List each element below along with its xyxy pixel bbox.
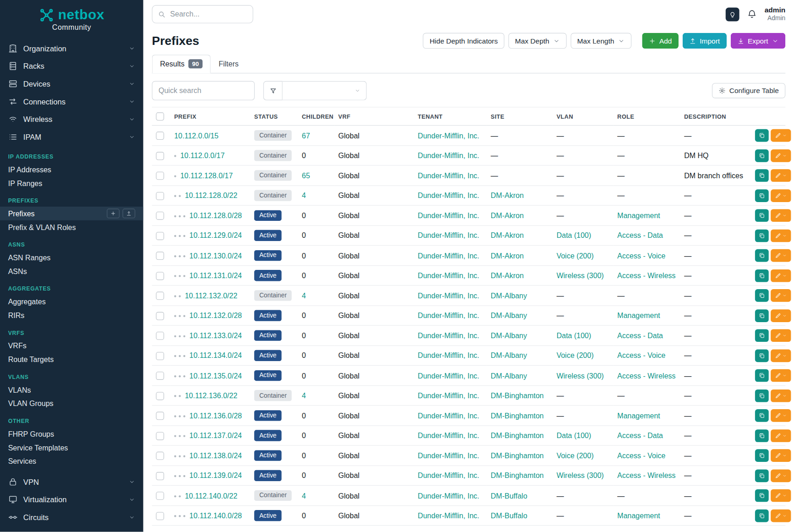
edit-prefix-button[interactable]	[771, 129, 791, 142]
prefix-link[interactable]: 10.112.140.0/28	[189, 511, 242, 520]
prefix-link[interactable]: 10.112.0.0/17	[180, 152, 225, 160]
children-count-link[interactable]: 4	[302, 492, 306, 500]
site-link[interactable]: DM-Akron	[491, 212, 524, 220]
copy-prefix-button[interactable]	[755, 329, 769, 342]
children-count-link[interactable]: 67	[302, 132, 310, 140]
prefix-link[interactable]: 10.112.140.0/22	[185, 492, 237, 500]
prefix-link[interactable]: 10.112.136.0/28	[189, 411, 242, 420]
tenant-link[interactable]: Dunder-Mifflin, Inc.	[418, 472, 479, 480]
vlan-link[interactable]: Wireless (300)	[557, 272, 604, 280]
filter-button[interactable]	[263, 81, 283, 100]
max-depth-dropdown[interactable]: Max Depth	[509, 33, 567, 49]
prefix-link[interactable]: 10.112.131.0/24	[189, 272, 242, 280]
column-header-description[interactable]: DESCRIPTION	[680, 107, 751, 126]
site-link[interactable]: DM-Binghamton	[491, 472, 544, 480]
tenant-link[interactable]: Dunder-Mifflin, Inc.	[418, 312, 479, 320]
edit-prefix-button[interactable]	[771, 509, 791, 522]
prefix-link[interactable]: 10.112.137.0/24	[189, 432, 242, 440]
sidebar-group-ipam[interactable]: IPAM	[0, 128, 143, 146]
vlan-link[interactable]: Data (100)	[557, 432, 591, 440]
row-checkbox[interactable]	[156, 272, 164, 280]
site-link[interactable]: DM-Binghamton	[491, 391, 544, 400]
vlan-link[interactable]: Voice (200)	[557, 351, 594, 360]
copy-prefix-button[interactable]	[755, 229, 769, 242]
global-search[interactable]	[152, 5, 253, 23]
edit-prefix-button[interactable]	[771, 409, 791, 422]
column-header-role[interactable]: ROLE	[613, 107, 680, 126]
copy-prefix-button[interactable]	[755, 189, 769, 202]
copy-prefix-button[interactable]	[755, 349, 769, 362]
vlan-link[interactable]: Wireless (300)	[557, 372, 604, 380]
sidebar-item-aggregates[interactable]: Aggregates	[0, 295, 143, 308]
copy-prefix-button[interactable]	[755, 469, 769, 482]
sidebar-item-vlans[interactable]: VLANs	[0, 383, 143, 397]
vlan-link[interactable]: Voice (200)	[557, 451, 594, 460]
role-link[interactable]: Access - Voice	[617, 451, 665, 460]
sidebar-item-ip-addresses[interactable]: IP Addresses	[0, 163, 143, 176]
site-link[interactable]: DM-Albany	[491, 291, 527, 300]
tenant-link[interactable]: Dunder-Mifflin, Inc.	[418, 411, 479, 420]
role-link[interactable]: Management	[617, 411, 660, 420]
export-dropdown[interactable]: Export	[730, 33, 785, 49]
row-checkbox[interactable]	[156, 472, 164, 480]
edit-prefix-button[interactable]	[771, 209, 791, 222]
sidebar-group-wireless[interactable]: Wireless	[0, 110, 143, 128]
select-all-checkbox[interactable]	[156, 113, 164, 121]
add-button[interactable]: Add	[642, 33, 678, 49]
edit-prefix-button[interactable]	[771, 249, 791, 262]
site-link[interactable]: DM-Binghamton	[491, 451, 544, 460]
sidebar-item-services[interactable]: Services	[0, 454, 143, 468]
role-link[interactable]: Access - Voice	[617, 351, 665, 360]
hide-depth-indicators-button[interactable]: Hide Depth Indicators	[423, 33, 504, 49]
column-header-vrf[interactable]: VRF	[334, 107, 414, 126]
row-checkbox[interactable]	[156, 312, 164, 320]
user-menu[interactable]: admin Admin	[765, 6, 786, 23]
edit-prefix-button[interactable]	[771, 489, 791, 502]
tab-results[interactable]: Results 90	[152, 55, 211, 73]
tenant-link[interactable]: Dunder-Mifflin, Inc.	[418, 511, 479, 520]
site-link[interactable]: DM-Akron	[491, 192, 524, 200]
site-link[interactable]: DM-Akron	[491, 252, 524, 260]
max-length-dropdown[interactable]: Max Length	[570, 33, 631, 49]
edit-prefix-button[interactable]	[771, 449, 791, 462]
row-checkbox[interactable]	[156, 452, 164, 460]
edit-prefix-button[interactable]	[771, 329, 791, 342]
column-header-status[interactable]: STATUS	[250, 107, 298, 126]
copy-prefix-button[interactable]	[755, 249, 769, 262]
children-count-link[interactable]: 4	[302, 391, 306, 400]
sidebar-item-service-templates[interactable]: Service Templates	[0, 441, 143, 455]
tenant-link[interactable]: Dunder-Mifflin, Inc.	[418, 332, 479, 340]
sidebar-group-virtualization[interactable]: Virtualization	[0, 491, 143, 509]
edit-prefix-button[interactable]	[771, 269, 791, 282]
row-checkbox[interactable]	[156, 252, 164, 260]
sidebar-item-fhrp-groups[interactable]: FHRP Groups	[0, 427, 143, 441]
row-checkbox[interactable]	[156, 512, 164, 520]
role-link[interactable]: Management	[617, 212, 660, 220]
children-count-link[interactable]: 4	[302, 291, 306, 300]
theme-toggle-button[interactable]	[726, 7, 739, 21]
copy-prefix-button[interactable]	[755, 289, 769, 302]
edit-prefix-button[interactable]	[771, 369, 791, 382]
tenant-link[interactable]: Dunder-Mifflin, Inc.	[418, 351, 479, 360]
copy-prefix-button[interactable]	[755, 149, 769, 162]
sidebar-group-vpn[interactable]: VPN	[0, 473, 143, 491]
tenant-link[interactable]: Dunder-Mifflin, Inc.	[418, 252, 479, 260]
copy-prefix-button[interactable]	[755, 509, 769, 522]
column-header-site[interactable]: SITE	[487, 107, 553, 126]
tenant-link[interactable]: Dunder-Mifflin, Inc.	[418, 231, 479, 240]
prefix-link[interactable]: 10.112.138.0/24	[189, 451, 242, 460]
prefix-link[interactable]: 10.112.0.0/15	[174, 132, 219, 140]
site-link[interactable]: DM-Akron	[491, 272, 524, 280]
copy-prefix-button[interactable]	[755, 489, 769, 502]
tenant-link[interactable]: Dunder-Mifflin, Inc.	[418, 171, 479, 180]
prefix-link[interactable]: 10.112.128.0/17	[180, 171, 233, 180]
sidebar-group-connections[interactable]: Connections	[0, 93, 143, 110]
row-checkbox[interactable]	[156, 492, 164, 500]
prefix-link[interactable]: 10.112.135.0/24	[189, 372, 242, 380]
prefix-link[interactable]: 10.112.134.0/24	[189, 351, 242, 360]
tenant-link[interactable]: Dunder-Mifflin, Inc.	[418, 192, 479, 200]
role-link[interactable]: Access - Wireless	[617, 372, 675, 380]
row-checkbox[interactable]	[156, 392, 164, 400]
sidebar-group-devices[interactable]: Devices	[0, 75, 143, 93]
row-checkbox[interactable]	[156, 372, 164, 380]
